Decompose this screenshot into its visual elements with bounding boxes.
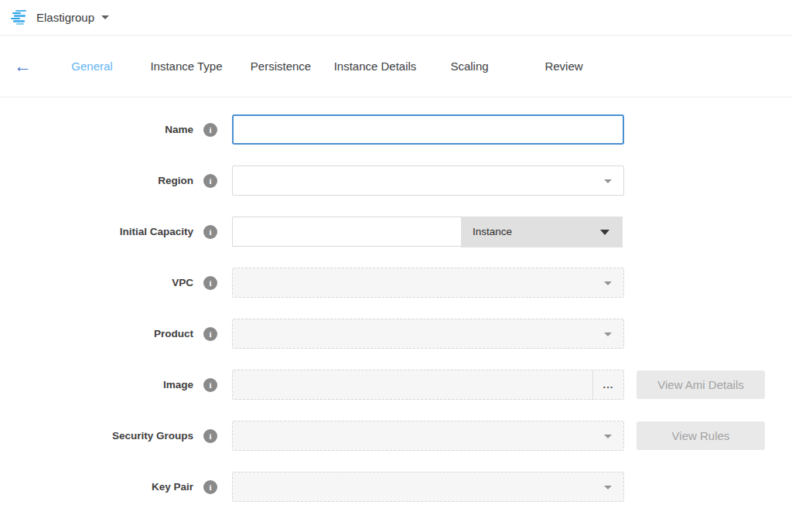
elastigroup-logo-icon: [11, 10, 29, 26]
key-pair-label: Key Pair: [152, 481, 193, 493]
product-select: [232, 319, 624, 349]
back-arrow-icon[interactable]: ←: [0, 57, 45, 75]
image-input-group: ...: [232, 370, 624, 400]
region-label: Region: [158, 175, 193, 186]
app-header: Elastigroup: [0, 0, 792, 36]
image-info-icon[interactable]: i: [203, 378, 217, 392]
tab-review[interactable]: Review: [517, 60, 611, 73]
product-chevron-down-icon: [604, 332, 612, 336]
region-info-icon[interactable]: i: [203, 174, 217, 188]
vpc-row: VPC i: [0, 268, 792, 298]
key-pair-select: [232, 472, 624, 502]
initial-capacity-input[interactable]: [232, 217, 461, 247]
tab-instance-type[interactable]: Instance Type: [139, 60, 234, 73]
key-pair-row: Key Pair i: [0, 472, 792, 502]
image-browse-button[interactable]: ...: [592, 370, 623, 399]
capacity-unit-value: Instance: [473, 226, 512, 237]
app-title: Elastigroup: [36, 11, 94, 24]
view-ami-details-button[interactable]: View Ami Details: [637, 370, 765, 399]
product-info-icon[interactable]: i: [203, 327, 217, 341]
region-row: Region i: [0, 165, 792, 196]
vpc-chevron-down-icon: [604, 281, 612, 285]
capacity-unit-chevron-down-icon: [600, 230, 609, 235]
name-row: Name i: [0, 114, 792, 145]
capacity-unit-select[interactable]: Instance: [461, 217, 623, 247]
key-pair-info-icon[interactable]: i: [203, 480, 217, 494]
security-groups-row: Security Groups i View Rules: [0, 421, 792, 451]
initial-capacity-row: Initial Capacity i Instance: [0, 217, 792, 247]
key-pair-chevron-down-icon: [604, 486, 612, 489]
name-label: Name: [165, 124, 193, 135]
name-input[interactable]: [232, 114, 624, 145]
image-label: Image: [163, 379, 193, 390]
region-select[interactable]: [232, 165, 624, 196]
vpc-info-icon[interactable]: i: [203, 276, 217, 290]
security-groups-chevron-down-icon: [604, 435, 612, 438]
product-row: Product i: [0, 319, 792, 349]
tab-instance-details[interactable]: Instance Details: [328, 60, 422, 73]
security-groups-select: [232, 421, 624, 451]
security-groups-label: Security Groups: [112, 430, 193, 442]
view-rules-button[interactable]: View Rules: [637, 421, 765, 450]
image-value: [233, 370, 592, 399]
app-switcher-chevron-down-icon[interactable]: [101, 15, 109, 19]
vpc-label: VPC: [172, 277, 193, 288]
security-groups-info-icon[interactable]: i: [203, 429, 217, 443]
vpc-select: [232, 268, 624, 298]
region-chevron-down-icon: [604, 179, 612, 183]
tab-scaling[interactable]: Scaling: [422, 60, 517, 73]
product-label: Product: [154, 328, 193, 339]
name-info-icon[interactable]: i: [203, 123, 217, 137]
initial-capacity-info-icon[interactable]: i: [203, 225, 217, 239]
general-settings-form: Name i Region i Initial Capacity i Inst: [0, 97, 792, 502]
image-row: Image i ... View Ami Details: [0, 370, 792, 400]
wizard-tab-bar: ← General Instance Type Persistence Inst…: [0, 36, 792, 97]
initial-capacity-label: Initial Capacity: [120, 226, 193, 237]
tab-general[interactable]: General: [45, 60, 139, 73]
tab-persistence[interactable]: Persistence: [234, 60, 328, 73]
